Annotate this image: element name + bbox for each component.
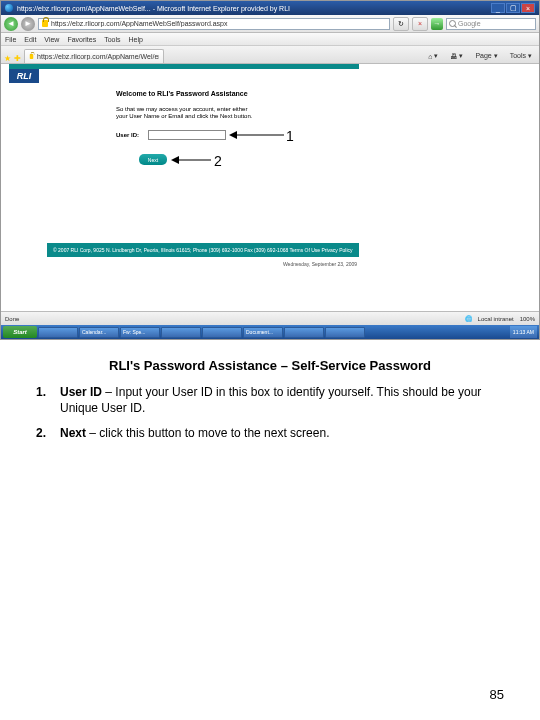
minimize-button[interactable]: _ [491, 3, 505, 13]
callout-arrow-1 [229, 130, 284, 140]
search-icon [449, 20, 456, 27]
task-item[interactable]: Fw: Spe... [120, 327, 160, 338]
favorites-star-icon[interactable]: ★ [4, 54, 11, 63]
callout-arrow-2 [171, 155, 211, 165]
intro-text: So that we may access your account, ente… [116, 106, 256, 120]
window-titlebar: https://ebz.rlicorp.com/AppNameWebSelf..… [1, 1, 539, 15]
status-done: Done [5, 316, 19, 322]
page-footer: © 2007 RLI Corp, 9025 N. Lindbergh Dr, P… [47, 243, 359, 257]
menu-edit[interactable]: Edit [24, 36, 36, 43]
page-toolbar: ⌂▾ 🖶▾ Page ▾ Tools ▾ [424, 49, 536, 63]
header-accent [9, 64, 359, 69]
task-item[interactable] [161, 327, 201, 338]
status-bar: Done 🌐 Local intranet 100% [1, 311, 539, 325]
home-button[interactable]: ⌂▾ [424, 49, 442, 63]
doc-heading: RLI's Password Assistance – Self-Service… [36, 358, 504, 373]
search-placeholder: Google [458, 20, 481, 27]
tools-menu[interactable]: Tools ▾ [506, 49, 536, 63]
add-fav-icon[interactable]: ✚ [14, 54, 21, 63]
doc-item-number: 1. [36, 385, 60, 416]
print-icon: 🖶 [450, 53, 457, 60]
menu-file[interactable]: File [5, 36, 16, 43]
page-content: RLI Welcome to RLI's Password Assistance… [1, 64, 539, 309]
doc-item-number: 2. [36, 426, 60, 442]
document-body: RLI's Password Assistance – Self-Service… [0, 340, 540, 442]
screenshot-container: https://ebz.rlicorp.com/AppNameWebSelf..… [0, 0, 540, 340]
page-heading: Welcome to RLI's Password Assistance [116, 90, 248, 97]
doc-item-text: Next – click this button to move to the … [60, 426, 329, 442]
tab-label: https://ebz.rlicorp.com/AppName/Wel/en/P… [37, 53, 159, 60]
menu-tools[interactable]: Tools [104, 36, 120, 43]
doc-item-1: 1. User ID – Input your User ID in this … [36, 385, 504, 416]
ie-icon [5, 4, 13, 12]
browser-tab[interactable]: https://ebz.rlicorp.com/AppName/Wel/en/P… [24, 49, 164, 63]
home-icon: ⌂ [428, 53, 432, 60]
task-item[interactable] [325, 327, 365, 338]
userid-input[interactable] [148, 130, 226, 140]
address-bar[interactable]: https://ebz.rlicorp.com/AppNameWebSelf/p… [38, 18, 390, 30]
menu-bar: File Edit View Favorites Tools Help [1, 33, 539, 46]
tray-time: 11:13 AM [513, 329, 534, 335]
task-item[interactable]: Calendar... [79, 327, 119, 338]
maximize-button[interactable]: ▢ [506, 3, 520, 13]
task-item[interactable]: Document... [243, 327, 283, 338]
close-button[interactable]: × [521, 3, 535, 13]
doc-list: 1. User ID – Input your User ID in this … [36, 385, 504, 442]
doc-item-text: User ID – Input your User ID in this box… [60, 385, 504, 416]
next-button[interactable]: Next [139, 154, 167, 165]
svg-marker-1 [229, 131, 237, 139]
tab-lock-icon [30, 54, 34, 59]
userid-label: User ID: [116, 132, 139, 138]
task-item[interactable] [38, 327, 78, 338]
page-date: Wednesday, September 23, 2009 [283, 261, 357, 267]
go-button[interactable]: → [431, 18, 443, 30]
security-zone: Local intranet [478, 316, 514, 322]
page-menu[interactable]: Page ▾ [471, 49, 501, 63]
system-tray[interactable]: 11:13 AM [510, 326, 537, 338]
task-item[interactable] [202, 327, 242, 338]
rli-logo: RLI [9, 69, 39, 83]
windows-taskbar: Start Calendar... Fw: Spe... Document...… [1, 325, 539, 339]
print-button[interactable]: 🖶▾ [446, 49, 467, 63]
callout-number-1: 1 [286, 128, 294, 144]
zoom-level[interactable]: 100% [520, 316, 535, 322]
address-url: https://ebz.rlicorp.com/AppNameWebSelf/p… [51, 20, 228, 27]
nav-toolbar: ◄ ► https://ebz.rlicorp.com/AppNameWebSe… [1, 15, 539, 33]
menu-view[interactable]: View [44, 36, 59, 43]
window-controls: _ ▢ × [491, 3, 535, 13]
callout-number-2: 2 [214, 153, 222, 169]
task-item[interactable] [284, 327, 324, 338]
lock-icon [42, 20, 48, 27]
refresh-button[interactable]: ↻ [393, 17, 409, 31]
back-button[interactable]: ◄ [4, 17, 18, 31]
stop-button[interactable]: × [412, 17, 428, 31]
globe-icon: 🌐 [465, 315, 472, 322]
forward-button[interactable]: ► [21, 17, 35, 31]
page-number: 85 [490, 687, 504, 702]
start-button[interactable]: Start [3, 326, 37, 338]
doc-item-2: 2. Next – click this button to move to t… [36, 426, 504, 442]
search-box[interactable]: Google [446, 18, 536, 30]
svg-marker-3 [171, 156, 179, 164]
menu-help[interactable]: Help [129, 36, 143, 43]
menu-favorites[interactable]: Favorites [67, 36, 96, 43]
window-title: https://ebz.rlicorp.com/AppNameWebSelf..… [17, 5, 290, 12]
tab-bar: ★ ✚ https://ebz.rlicorp.com/AppName/Wel/… [1, 46, 539, 64]
